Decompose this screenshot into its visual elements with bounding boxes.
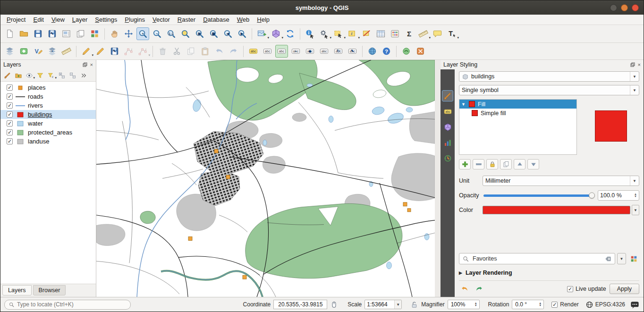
live-update-checkbox[interactable]: ✓ Live update [567,286,606,292]
lock-symbol-color-button[interactable] [486,159,498,169]
layer-labeling-options-button[interactable] [247,45,260,58]
style-manager-shortcut-button[interactable] [628,253,639,264]
layer-item-protected-areas[interactable]: ✓protected_areas [0,128,96,137]
toggle-editing-button[interactable] [94,45,107,58]
new-memory-layer-button[interactable] [60,45,73,58]
save-project-button[interactable] [32,27,44,40]
expand-all-button[interactable] [57,70,67,80]
clear-search-icon[interactable] [605,255,612,262]
color-dropdown-button[interactable]: ▼ [632,205,639,215]
favorites-dropdown-button[interactable]: ▼ [617,253,626,264]
layer-item-buildings[interactable]: ✓buildings [0,110,96,119]
layer-visibility-checkbox[interactable]: ✓ [7,129,13,135]
manage-map-themes-button[interactable]: ▾ [24,70,34,80]
new-shapefile-layer-button[interactable] [32,45,44,58]
magnifier-spinbox[interactable]: ▲▼ [448,300,480,309]
save-layer-edits-button[interactable]: ✎ [108,45,121,58]
rotation-spinbox[interactable]: ▲▼ [512,300,544,309]
spinner-arrows-icon[interactable]: ▲▼ [538,302,542,307]
vertex-tool-button[interactable]: ▾ [136,45,149,58]
move-label-button[interactable]: ↔ [318,45,330,58]
plugin-button-2[interactable] [414,45,427,58]
undo-button[interactable] [213,45,226,58]
zoom-to-selection-button[interactable]: ▣ [193,27,206,40]
pan-to-selection-button[interactable] [122,27,135,40]
layer-diagram-options-button[interactable] [261,45,274,58]
locate-search-box[interactable] [4,300,131,310]
mouse-position-icon[interactable] [330,301,338,309]
menu-project[interactable]: Project [3,15,29,24]
layer-visibility-checkbox[interactable]: ✓ [7,93,13,100]
coordinate-input[interactable] [273,300,327,309]
layer-item-water[interactable]: ✓water [0,119,96,128]
plugin-button-1[interactable] [400,45,413,58]
close-panel-icon[interactable]: × [638,62,641,67]
new-project-button[interactable] [3,27,16,40]
styling-tab-3d-view[interactable] [442,121,453,133]
symbol-search-box[interactable]: Favorites [459,253,615,264]
layer-selector-combo[interactable]: buildings ▼ [459,71,639,82]
data-source-manager-button[interactable] [3,45,16,58]
measure-button[interactable]: ▾ [417,27,430,40]
layer-item-rivers[interactable]: ✓rivers [0,101,96,110]
cut-features-button[interactable] [170,45,183,58]
identify-features-button[interactable] [304,27,316,40]
collapse-all-button[interactable] [68,70,77,80]
layer-item-landuse[interactable]: ✓landuse [0,137,96,146]
layer-visibility-checkbox[interactable]: ✓ [7,138,13,144]
refresh-map-button[interactable] [284,27,297,40]
new-3d-map-view-button[interactable]: ▾ [270,27,282,40]
zoom-next-button[interactable]: ▶ [236,27,248,40]
add-symbol-layer-button[interactable] [459,159,471,169]
pin-unpin-labels-button[interactable]: ▪ [289,45,302,58]
messages-icon[interactable] [630,300,640,310]
redo-button[interactable] [227,45,240,58]
rotation-input[interactable] [515,301,538,308]
deselect-all-button[interactable] [360,27,373,40]
statistical-summary-button[interactable] [403,27,415,40]
crs-status-button[interactable]: EPSG:4326 [585,301,625,309]
open-project-button[interactable] [17,27,30,40]
expander-icon[interactable]: ▼ [461,102,466,107]
new-virtual-layer-button[interactable]: + [46,45,59,58]
zoom-native-button[interactable]: 1:1 [165,27,178,40]
paste-features-button[interactable] [199,45,212,58]
minimize-button[interactable] [610,4,617,11]
scale-input[interactable] [365,301,394,308]
highlight-labels-button[interactable] [275,45,288,58]
styling-tab-symbology[interactable] [442,90,453,101]
style-redo-button[interactable] [474,284,485,294]
layer-visibility-checkbox[interactable]: ✓ [7,102,13,109]
delete-selected-button[interactable] [156,45,169,58]
styling-tab-labels[interactable] [442,106,453,117]
text-annotation-button[interactable]: ▾ [445,27,458,40]
rotate-label-button[interactable]: ↻ [332,45,345,58]
style-undo-button[interactable] [459,284,470,294]
zoom-to-layer-button[interactable]: ▦ [207,27,220,40]
layer-visibility-checkbox[interactable]: ✓ [7,111,13,118]
layer-item-places[interactable]: ✓places [0,83,96,92]
menu-raster[interactable]: Raster [174,15,199,24]
copy-features-button[interactable] [185,45,197,58]
layer-visibility-checkbox[interactable]: ✓ [7,84,13,91]
unit-combo[interactable]: Millimeter ▼ [483,176,639,186]
menu-vector[interactable]: Vector [149,15,173,24]
float-panel-icon[interactable] [630,62,635,67]
zoom-out-button[interactable]: − [151,27,163,40]
layer-item-roads[interactable]: ✓roads [0,92,96,101]
symbol-layer-tree[interactable]: ▼ Fill Simple fill [459,99,577,155]
select-by-expression-button[interactable]: ▾ [346,27,359,40]
help-button[interactable] [380,45,393,58]
menu-plugins[interactable]: Plugins [121,15,148,24]
change-label-button[interactable]: ✎ [346,45,359,58]
open-attribute-table-button[interactable] [374,27,387,40]
spinner-arrows-icon[interactable]: ▲▼ [634,193,637,198]
zoom-last-button[interactable]: ◀ [221,27,234,40]
scale-combo[interactable]: ▼ [364,300,402,309]
maximize-button[interactable] [621,4,628,11]
symbol-type-combo[interactable]: Single symbol ▼ [459,85,639,95]
map-tips-button[interactable] [431,27,444,40]
layer-visibility-checkbox[interactable]: ✓ [7,120,13,126]
tab-layers[interactable]: Layers [2,285,32,295]
new-geopackage-layer-button[interactable] [17,45,30,58]
